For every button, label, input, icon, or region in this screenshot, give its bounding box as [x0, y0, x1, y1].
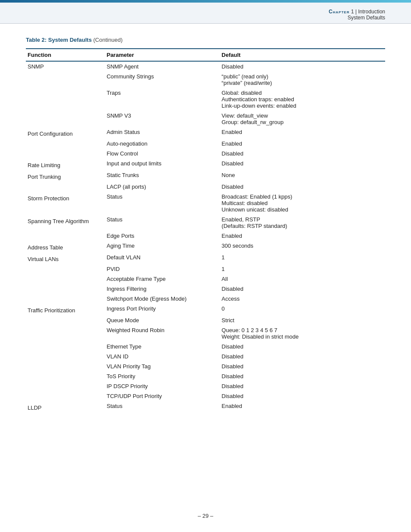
cell-function	[26, 284, 105, 294]
table-row: Virtual LANsDefault VLAN1	[26, 252, 385, 264]
cell-function	[26, 325, 105, 342]
cell-default: Strict	[220, 315, 385, 325]
table-row: Flow ControlDisabled	[26, 149, 385, 159]
cell-parameter: Auto-negotiation	[105, 139, 220, 149]
cell-parameter: Ethernet Type	[105, 342, 220, 352]
cell-default: Disabled	[220, 371, 385, 381]
cell-default: None	[220, 170, 385, 182]
main-content: Table 2: System Defaults (Continued) Fun…	[0, 24, 411, 430]
cell-default: Disabled	[220, 159, 385, 170]
col-header-default: Default	[220, 49, 385, 61]
cell-default: 300 seconds	[220, 241, 385, 252]
col-header-function: Function	[26, 49, 105, 61]
cell-parameter: Weighted Round Robin	[105, 325, 220, 342]
table-row: Spanning Tree AlgorithmStatusEnabled, RS…	[26, 215, 385, 231]
table-row: Weighted Round RobinQueue: 0 1 2 3 4 5 6…	[26, 325, 385, 342]
cell-function	[26, 294, 105, 304]
table-header-row: Function Parameter Default	[26, 49, 385, 61]
cell-function	[26, 391, 105, 401]
table-row: ToS PriorityDisabled	[26, 371, 385, 381]
table-row: Edge PortsEnabled	[26, 231, 385, 241]
cell-default: Disabled	[220, 391, 385, 401]
cell-default: Enabled	[220, 401, 385, 413]
cell-function	[26, 361, 105, 371]
cell-default: Disabled	[220, 284, 385, 294]
cell-parameter: LACP (all ports)	[105, 182, 220, 192]
table-row: SNMP V3View: default_viewGroup: default_…	[26, 111, 385, 127]
cell-parameter: IP DSCP Priority	[105, 381, 220, 391]
cell-parameter: Aging Time	[105, 241, 220, 252]
cell-function: SNMP	[26, 61, 105, 72]
cell-default: 1	[220, 264, 385, 274]
cell-default: Enabled	[220, 127, 385, 139]
chapter-line2: System Defaults	[0, 15, 385, 21]
chapter-number: 1	[351, 9, 354, 15]
cell-default: Disabled	[220, 182, 385, 192]
cell-default: 1	[220, 252, 385, 264]
table-row: Port TrunkingStatic TrunksNone	[26, 170, 385, 182]
cell-function	[26, 231, 105, 241]
cell-function	[26, 139, 105, 149]
cell-function	[26, 315, 105, 325]
cell-function	[26, 274, 105, 284]
cell-parameter: Switchport Mode (Egress Mode)	[105, 294, 220, 304]
system-defaults-table: Function Parameter Default SNMPSNMP Agen…	[26, 48, 385, 413]
cell-function: Port Trunking	[26, 170, 105, 182]
cell-function: LLDP	[26, 401, 105, 413]
table-row: Acceptable Frame TypeAll	[26, 274, 385, 284]
cell-function	[26, 72, 105, 88]
table-row: Ingress FilteringDisabled	[26, 284, 385, 294]
cell-parameter: Edge Ports	[105, 231, 220, 241]
cell-parameter: Status	[105, 215, 220, 231]
cell-parameter: Admin Status	[105, 127, 220, 139]
table-row: Community Strings“public” (read only)“pr…	[26, 72, 385, 88]
cell-parameter: PVID	[105, 264, 220, 274]
cell-function	[26, 371, 105, 381]
page-footer: – 29 –	[0, 513, 411, 519]
cell-default: Disabled	[220, 61, 385, 72]
table-row: LLDPStatusEnabled	[26, 401, 385, 413]
cell-default: Disabled	[220, 352, 385, 361]
chapter-header: Chapter 1 | Introduction System Defaults	[0, 3, 411, 24]
cell-function	[26, 149, 105, 159]
table-title: Table 2: System Defaults (Continued)	[26, 37, 385, 43]
cell-parameter: SNMP Agent	[105, 61, 220, 72]
cell-default: “public” (read only)“private” (read/writ…	[220, 72, 385, 88]
cell-default: 0	[220, 304, 385, 315]
table-row: Storm ProtectionStatusBroadcast: Enabled…	[26, 192, 385, 215]
cell-parameter: Static Trunks	[105, 170, 220, 182]
cell-function	[26, 352, 105, 361]
cell-default: Global: disabledAuthentication traps: en…	[220, 88, 385, 111]
cell-function: Rate Limiting	[26, 159, 105, 170]
cell-function: Address Table	[26, 241, 105, 252]
cell-parameter: ToS Priority	[105, 371, 220, 381]
cell-parameter: VLAN ID	[105, 352, 220, 361]
cell-default: Access	[220, 294, 385, 304]
cell-function	[26, 342, 105, 352]
table-row: Auto-negotiationEnabled	[26, 139, 385, 149]
cell-function	[26, 264, 105, 274]
cell-function	[26, 381, 105, 391]
cell-parameter: Status	[105, 192, 220, 215]
cell-default: Enabled, RSTP(Defaults: RSTP standard)	[220, 215, 385, 231]
table-row: VLAN Priority TagDisabled	[26, 361, 385, 371]
chapter-label: Chapter	[329, 9, 350, 15]
table-row: SNMPSNMP AgentDisabled	[26, 61, 385, 72]
chapter-line1: Chapter 1 | Introduction	[0, 9, 385, 15]
cell-function	[26, 88, 105, 111]
chapter-title: Introduction	[358, 9, 385, 15]
chapter-subtitle: System Defaults	[348, 15, 385, 21]
cell-parameter: Queue Mode	[105, 315, 220, 325]
table-row: Switchport Mode (Egress Mode)Access	[26, 294, 385, 304]
table-row: IP DSCP PriorityDisabled	[26, 381, 385, 391]
cell-default: Queue: 0 1 2 3 4 5 6 7Weight: Disabled i…	[220, 325, 385, 342]
cell-function: Storm Protection	[26, 192, 105, 215]
cell-parameter: VLAN Priority Tag	[105, 361, 220, 371]
table-title-continued: (Continued)	[92, 37, 123, 43]
cell-parameter: Flow Control	[105, 149, 220, 159]
cell-default: View: default_viewGroup: default_rw_grou…	[220, 111, 385, 127]
cell-default: Disabled	[220, 149, 385, 159]
page-number: – 29 –	[198, 513, 213, 519]
cell-function: Spanning Tree Algorithm	[26, 215, 105, 231]
cell-default: Disabled	[220, 381, 385, 391]
